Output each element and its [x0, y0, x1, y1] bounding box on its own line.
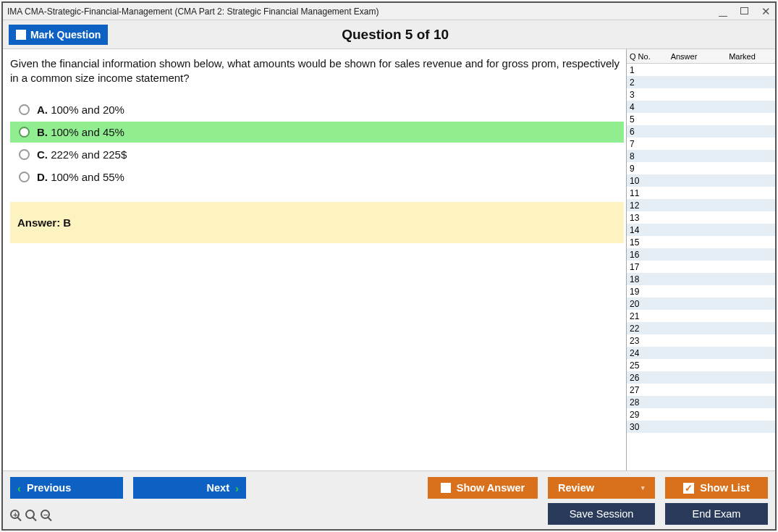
- question-list-row[interactable]: 12: [627, 199, 775, 211]
- row-qno: 30: [630, 422, 659, 432]
- review-dropdown[interactable]: Review ▾: [548, 477, 655, 499]
- row-qno: 23: [630, 336, 659, 346]
- review-label: Review: [558, 482, 594, 494]
- row-qno: 20: [630, 299, 659, 309]
- question-list-row[interactable]: 1: [627, 64, 775, 76]
- question-list-row[interactable]: 17: [627, 261, 775, 273]
- mark-question-button[interactable]: Mark Question: [9, 25, 108, 45]
- header-qno: Q No.: [627, 52, 659, 61]
- row-qno: 12: [630, 200, 659, 211]
- question-list-row[interactable]: 6: [627, 125, 775, 138]
- question-header: Mark Question Question 5 of 10: [3, 20, 775, 49]
- zoom-in-icon[interactable]: +: [10, 510, 20, 519]
- show-answer-button[interactable]: Show Answer: [428, 477, 538, 499]
- question-list-row[interactable]: 29: [627, 408, 775, 421]
- previous-label: Previous: [27, 482, 71, 494]
- row-qno: 13: [630, 213, 659, 223]
- row-qno: 10: [630, 176, 659, 186]
- question-list-row[interactable]: 22: [627, 322, 775, 334]
- question-list-row[interactable]: 7: [627, 138, 775, 150]
- row-qno: 6: [630, 127, 659, 137]
- footer: ‹ Previous Next › Show Answer Review ▾ ✓…: [3, 470, 775, 529]
- titlebar: IMA CMA-Strategic-Financial-Management (…: [3, 3, 775, 20]
- row-qno: 27: [630, 385, 659, 395]
- body-area: Given the financial information shown be…: [3, 49, 775, 470]
- minimize-button[interactable]: [719, 6, 727, 17]
- row-qno: 4: [630, 102, 659, 112]
- question-list-row[interactable]: 19: [627, 285, 775, 297]
- zoom-reset-icon[interactable]: [25, 510, 35, 519]
- question-list-row[interactable]: 4: [627, 101, 775, 113]
- question-list-row[interactable]: 15: [627, 236, 775, 248]
- question-list-row[interactable]: 5: [627, 113, 775, 125]
- chevron-down-icon: ▾: [641, 484, 645, 491]
- question-list-row[interactable]: 8: [627, 150, 775, 162]
- question-list[interactable]: 1234567891011121314151617181920212223242…: [627, 64, 775, 470]
- row-qno: 7: [630, 139, 659, 149]
- choices-list: A. 100% and 20%B. 100% and 45%C. 222% an…: [10, 99, 626, 187]
- end-exam-button[interactable]: End Exam: [665, 503, 768, 525]
- question-list-row[interactable]: 26: [627, 371, 775, 384]
- choice-d[interactable]: D. 100% and 55%: [10, 166, 624, 187]
- previous-button[interactable]: ‹ Previous: [10, 477, 123, 499]
- radio-icon: [19, 104, 30, 115]
- save-session-label: Save Session: [570, 508, 634, 520]
- question-list-row[interactable]: 18: [627, 273, 775, 285]
- question-list-row[interactable]: 27: [627, 384, 775, 396]
- question-list-row[interactable]: 16: [627, 248, 775, 261]
- mark-question-label: Mark Question: [30, 29, 101, 41]
- question-list-row[interactable]: 9: [627, 162, 775, 174]
- question-list-row[interactable]: 30: [627, 421, 775, 433]
- maximize-button[interactable]: [740, 6, 748, 17]
- chevron-right-icon: ›: [235, 482, 239, 494]
- choice-c[interactable]: C. 222% and 225$: [10, 144, 624, 165]
- row-qno: 2: [630, 77, 659, 88]
- next-button[interactable]: Next ›: [133, 477, 246, 499]
- question-list-row[interactable]: 28: [627, 396, 775, 408]
- end-exam-label: End Exam: [693, 508, 741, 520]
- choice-label: A. 100% and 20%: [37, 104, 124, 116]
- checkbox-checked-icon: ✓: [683, 483, 694, 494]
- show-list-label: Show List: [700, 482, 749, 494]
- row-qno: 28: [630, 397, 659, 408]
- choice-a[interactable]: A. 100% and 20%: [10, 99, 624, 120]
- question-panel: Given the financial information shown be…: [3, 49, 626, 470]
- row-qno: 16: [630, 250, 659, 260]
- question-list-row[interactable]: 3: [627, 88, 775, 101]
- question-list-row[interactable]: 24: [627, 347, 775, 359]
- row-qno: 24: [630, 348, 659, 358]
- question-list-row[interactable]: 20: [627, 297, 775, 310]
- choice-label: C. 222% and 225$: [37, 148, 127, 161]
- window-title: IMA CMA-Strategic-Financial-Management (…: [7, 7, 379, 17]
- save-session-button[interactable]: Save Session: [548, 503, 655, 525]
- radio-icon: [19, 127, 30, 138]
- row-qno: 9: [630, 164, 659, 174]
- row-qno: 19: [630, 287, 659, 297]
- row-qno: 8: [630, 151, 659, 161]
- radio-icon: [19, 172, 30, 182]
- question-list-row[interactable]: 13: [627, 211, 775, 224]
- choice-label: D. 100% and 55%: [37, 171, 124, 183]
- answer-box: Answer: B: [10, 202, 624, 243]
- row-qno: 11: [630, 188, 659, 198]
- checkbox-icon: [441, 483, 451, 493]
- show-answer-label: Show Answer: [457, 482, 525, 494]
- row-qno: 25: [630, 360, 659, 371]
- zoom-out-icon[interactable]: –: [41, 510, 50, 519]
- next-label: Next: [207, 482, 229, 494]
- question-list-row[interactable]: 21: [627, 310, 775, 322]
- question-list-row[interactable]: 23: [627, 334, 775, 347]
- close-button[interactable]: ✕: [761, 6, 771, 17]
- choice-b[interactable]: B. 100% and 45%: [10, 122, 624, 143]
- question-list-row[interactable]: 25: [627, 359, 775, 371]
- question-list-row[interactable]: 11: [627, 187, 775, 199]
- question-list-row[interactable]: 10: [627, 174, 775, 187]
- row-qno: 22: [630, 324, 659, 334]
- question-list-panel: Q No. Answer Marked 12345678910111213141…: [626, 49, 775, 470]
- row-qno: 5: [630, 114, 659, 124]
- question-list-row[interactable]: 2: [627, 76, 775, 88]
- radio-icon: [19, 149, 30, 160]
- question-list-row[interactable]: 14: [627, 224, 775, 236]
- row-qno: 18: [630, 274, 659, 284]
- show-list-button[interactable]: ✓ Show List: [665, 477, 768, 499]
